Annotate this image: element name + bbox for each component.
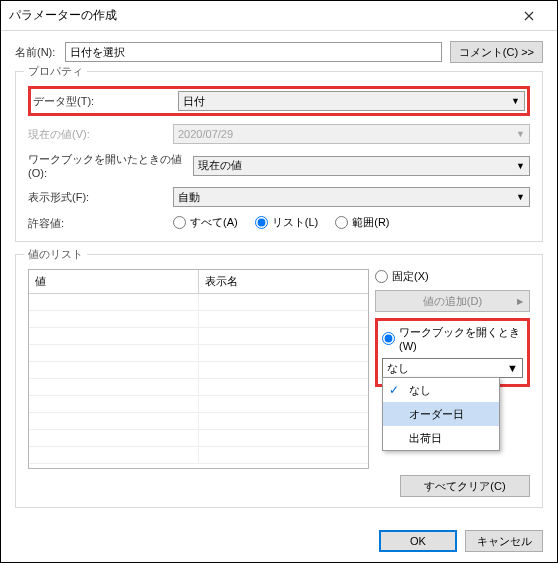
name-label: 名前(N): bbox=[15, 45, 65, 60]
onopen-radio[interactable]: ワークブックを開くとき(W) bbox=[382, 325, 523, 352]
format-label: 表示形式(F): bbox=[28, 190, 173, 205]
cancel-button[interactable]: キャンセル bbox=[465, 530, 543, 552]
fixed-radio[interactable]: 固定(X) bbox=[375, 269, 530, 284]
dd-item-none[interactable]: ✓ なし bbox=[383, 378, 499, 402]
chevron-down-icon: ▼ bbox=[507, 362, 518, 374]
triangle-right-icon: ▶ bbox=[517, 297, 523, 306]
onopen-source-dropdown[interactable]: なし ▼ ✓ なし オーダー日 出荷日 bbox=[382, 358, 523, 378]
datatype-combo[interactable]: 日付 ▼ bbox=[178, 91, 525, 111]
datatype-label: データ型(T): bbox=[33, 94, 178, 109]
ok-button[interactable]: OK bbox=[379, 530, 457, 552]
format-combo[interactable]: 自動 ▼ bbox=[173, 187, 530, 207]
dd-item-ship[interactable]: 出荷日 bbox=[383, 426, 499, 450]
dd-item-order[interactable]: オーダー日 bbox=[383, 402, 499, 426]
valuelist-legend: 値のリスト bbox=[24, 247, 87, 262]
name-input[interactable] bbox=[65, 42, 442, 62]
properties-legend: プロパティ bbox=[24, 64, 87, 79]
dropdown-menu: ✓ なし オーダー日 出荷日 bbox=[382, 377, 500, 451]
chevron-down-icon: ▼ bbox=[516, 192, 525, 202]
valuelist-group: 値のリスト 値 表示名 固定(X) 値 bbox=[15, 254, 543, 508]
title-bar: パラメーターの作成 bbox=[1, 1, 557, 31]
onopen-label: ワークブックを開いたときの値(O): bbox=[28, 152, 193, 179]
currentvalue-combo: 2020/07/29 ▼ bbox=[173, 124, 530, 144]
allow-list-radio[interactable]: リスト(L) bbox=[255, 215, 318, 230]
onopen-combo[interactable]: 現在の値 ▼ bbox=[193, 156, 530, 176]
col-display: 表示名 bbox=[199, 270, 368, 293]
check-icon: ✓ bbox=[389, 383, 399, 397]
clear-all-button[interactable]: すべてクリア(C) bbox=[400, 475, 530, 497]
chevron-down-icon: ▼ bbox=[516, 161, 525, 171]
chevron-down-icon: ▼ bbox=[511, 96, 520, 106]
col-value: 値 bbox=[29, 270, 199, 293]
chevron-down-icon: ▼ bbox=[516, 129, 525, 139]
currentvalue-label: 現在の値(V): bbox=[28, 127, 173, 142]
allow-all-radio[interactable]: すべて(A) bbox=[173, 215, 238, 230]
comment-button[interactable]: コメント(C) >> bbox=[450, 41, 543, 63]
allow-range-radio[interactable]: 範囲(R) bbox=[335, 215, 389, 230]
allow-label: 許容値: bbox=[28, 216, 173, 231]
value-table[interactable]: 値 表示名 bbox=[28, 269, 369, 469]
properties-group: プロパティ データ型(T): 日付 ▼ 現在の値(V): 2020/07/29 … bbox=[15, 71, 543, 242]
add-value-button: 値の追加(D) ▶ bbox=[375, 290, 530, 312]
window-title: パラメーターの作成 bbox=[9, 7, 509, 24]
close-button[interactable] bbox=[509, 2, 549, 30]
